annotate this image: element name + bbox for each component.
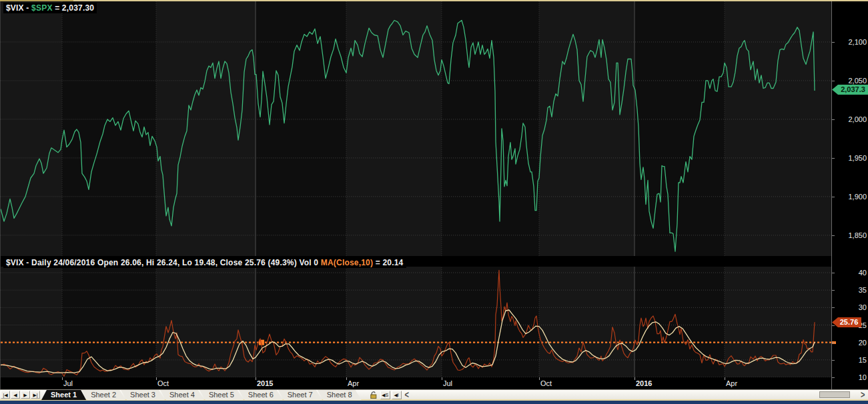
x-axis-tick [62,377,63,380]
sheet-nav-buttons: |◀◀▶▶| [0,390,41,399]
y-axis-tick [832,119,835,120]
y-axis-tick [832,81,835,81]
y-axis-tick [832,360,835,361]
y-axis-label: 30 [835,303,867,312]
x-axis-tick [634,377,635,380]
vix-last-price-badge: 25.76 [832,317,861,327]
price-charts-svg [1,0,831,389]
status-strip [0,401,868,404]
tab-sheet-1[interactable]: Sheet 1 [41,390,86,400]
y-axis-tick [832,197,835,197]
x-axis-label: 2015 [257,379,273,387]
sheet-tabs: Sheet 1Sheet 2Sheet 3Sheet 4Sheet 5Sheet… [41,390,362,399]
y-axis-tick [832,377,835,378]
y-axis-label: 40 [835,268,867,277]
y-axis-label: 2,050 [835,76,867,85]
x-axis-label: Apr [726,379,737,387]
window-top-border-left [0,0,73,1]
y-axis-label: 1,850 [835,231,867,240]
y-axis-label: 2,100 [835,37,867,47]
x-axis-label: Oct [157,379,169,387]
x-axis-label: Jul [443,379,452,387]
y-axis-tick [832,235,835,236]
last-sheet-button[interactable]: ▶| [31,391,40,399]
x-axis-label: 2016 [636,379,652,387]
x-axis-tick [346,377,347,380]
y-axis-label: 2,000 [835,115,867,124]
scale-i-button[interactable]: ◀I [392,391,402,399]
scroll-right-icon[interactable]: > [859,389,867,401]
y-axis-label: 20 [835,338,867,347]
y-axis-label: 15 [835,355,867,365]
chart-area[interactable]: $VIX - $SPX = 2,037.30 $VIX - Daily 24/0… [0,0,868,389]
sheet-bar: |◀◀▶▶| Sheet 1Sheet 2Sheet 3Sheet 4Sheet… [0,389,868,399]
x-axis-tick [725,377,725,380]
y-axis-tick [832,307,835,308]
scroll-left-icon[interactable]: < [403,389,411,401]
x-axis-label: Jul [63,379,73,387]
tab-sheet-4[interactable]: Sheet 4 [160,390,204,400]
y-axis-tick [832,42,835,43]
overlay-value-label: = 2,037.30 [53,3,95,13]
ma-indicator-label: MA(Close,10) [321,258,373,267]
horizontal-scrollbar-thumb[interactable] [819,391,850,398]
x-axis-tick [156,377,157,380]
y-axis-tick [832,343,835,343]
ticker-label: $VIX - [6,3,31,13]
x-axis-tick [539,377,540,380]
next-sheet-button[interactable]: ▶ [21,391,30,399]
spx-last-price-badge: 2,037.3 [832,85,868,95]
y-axis-tick [832,273,835,273]
tab-sheet-5[interactable]: Sheet 5 [199,390,244,400]
ma-value-label: = 20.14 [373,258,403,267]
x-axis-label: Oct [540,379,552,387]
scale-s-button[interactable]: ◀S [380,391,390,399]
window-top-border [0,0,868,1]
tab-sheet-8[interactable]: Sheet 8 [318,390,362,400]
bottom-panel-title: $VIX - Daily 24/06/2016 Open 26.06, Hi 2… [3,257,406,268]
x-axis-label: Apr [348,379,359,387]
y-axis-tick [832,158,835,159]
x-axis-tick [256,377,256,380]
top-panel-title: $VIX - $SPX = 2,037.30 [3,3,97,13]
tab-sheet-7[interactable]: Sheet 7 [278,390,322,400]
tab-sheet-2[interactable]: Sheet 2 [81,390,125,400]
vix-ohlc-label: $VIX - Daily 24/06/2016 Open 26.06, Hi 2… [6,258,321,267]
tab-sheet-3[interactable]: Sheet 3 [121,390,165,400]
charting-app-window: $VIX - $SPX = 2,037.30 $VIX - Daily 24/0… [0,0,868,404]
tab-sheet-6[interactable]: Sheet 6 [239,390,283,400]
overlay-ticker-label: $SPX [31,3,53,13]
y-axis-tick [832,290,835,291]
date-axis[interactable]: JulOct2015AprJulOct2016Apr [1,377,868,389]
price-axis[interactable]: 2,037.3 25.76 2,1002,0502,0001,9501,9001… [831,0,868,389]
y-axis-label: 10 [835,373,867,382]
x-axis-tick [442,377,442,380]
y-axis-label: 1,900 [835,192,867,201]
prev-sheet-button[interactable]: ◀ [11,391,20,399]
y-axis-label: 35 [835,285,867,295]
lock-icon[interactable] [368,391,379,399]
y-axis-tick [832,325,835,326]
first-sheet-button[interactable]: |◀ [1,391,10,399]
y-axis-label: 1,950 [835,153,867,163]
sheet-tools: ◀S ◀I < [368,390,411,399]
